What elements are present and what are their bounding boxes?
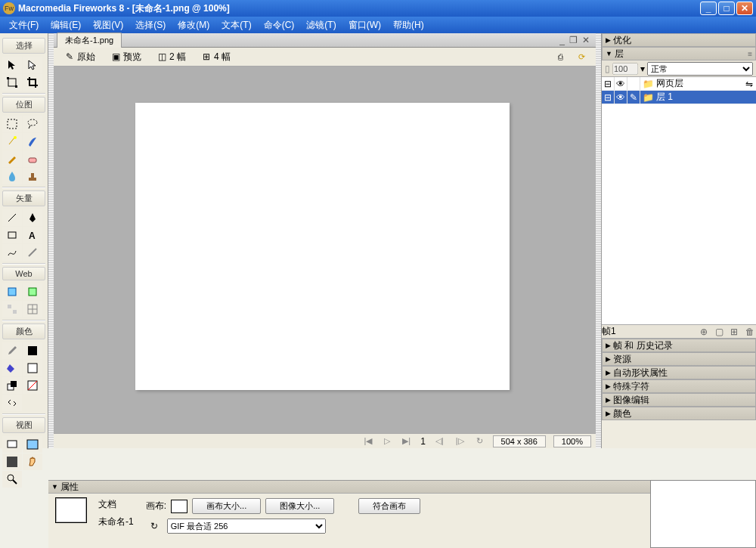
prev-icon[interactable]: ◁|: [433, 436, 446, 446]
full-screen-menus[interactable]: [23, 436, 42, 453]
layer-row-1[interactable]: ⊟ 👁 ✎ 📁 层 1: [602, 91, 756, 104]
no-color[interactable]: [23, 377, 42, 394]
pointer-tool[interactable]: [2, 57, 22, 73]
edit-icon[interactable]: ✎: [627, 91, 640, 104]
expand-toggle-icon[interactable]: ⊟: [602, 77, 615, 90]
view-preview-button[interactable]: ▣预览: [104, 49, 147, 65]
minimize-button[interactable]: _: [700, 2, 717, 15]
hand-tool[interactable]: [23, 454, 42, 470]
image-size-button[interactable]: 图像大小...: [265, 498, 334, 514]
scale-tool[interactable]: [2, 74, 22, 91]
visibility-icon[interactable]: 👁: [615, 91, 627, 104]
stroke-color[interactable]: [23, 342, 42, 359]
freeform-tool[interactable]: [2, 244, 22, 261]
eraser-tool[interactable]: [23, 150, 42, 167]
layer-row-web[interactable]: ⊟ 👁 📁 网页层 ⇋: [602, 77, 756, 91]
visibility-icon[interactable]: 👁: [615, 77, 627, 90]
fill-color[interactable]: [23, 360, 42, 376]
menu-text[interactable]: 文本(T): [215, 17, 257, 33]
new-layer-icon[interactable]: ⊞: [730, 327, 741, 337]
slice-tool[interactable]: [23, 283, 42, 300]
line-tool[interactable]: [2, 209, 22, 226]
menu-commands[interactable]: 命令(C): [258, 17, 301, 33]
eyedropper-tool[interactable]: [2, 342, 22, 359]
panels-resize-grip[interactable]: [596, 33, 601, 448]
knife-tool[interactable]: [23, 244, 42, 261]
magic-wand-tool[interactable]: [2, 133, 22, 150]
zoom-tool[interactable]: [2, 471, 22, 488]
toolbox-resize-grip[interactable]: [48, 33, 54, 448]
document-tab[interactable]: 未命名-1.png: [57, 33, 122, 48]
text-tool[interactable]: A: [23, 227, 42, 243]
rectangle-tool[interactable]: [2, 227, 22, 243]
share-icon[interactable]: ⇋: [745, 79, 756, 89]
fit-canvas-button[interactable]: 符合画布: [358, 498, 420, 514]
next-icon[interactable]: |▷: [454, 436, 466, 446]
pen-tool[interactable]: [23, 209, 42, 226]
menu-window[interactable]: 窗口(W): [342, 17, 387, 33]
panel-layers[interactable]: ▼层≡: [602, 47, 756, 60]
menu-edit[interactable]: 编辑(E): [45, 17, 87, 33]
panel-autoshape[interactable]: ▶自动形状属性: [602, 366, 756, 379]
brush-tool[interactable]: [23, 133, 42, 150]
menu-filters[interactable]: 滤镜(T): [300, 17, 342, 33]
panel-special-chars[interactable]: ▶特殊字符: [602, 379, 756, 393]
opacity-arrow-icon[interactable]: ▾: [640, 63, 645, 74]
last-frame-icon[interactable]: ▶|: [400, 436, 413, 446]
play-icon[interactable]: ▷: [382, 436, 392, 446]
view-original-button[interactable]: ✎原始: [58, 49, 101, 65]
export-icon[interactable]: ⎙: [552, 51, 569, 63]
opacity-input[interactable]: [612, 63, 638, 75]
crop-tool[interactable]: [23, 74, 42, 91]
marquee-tool[interactable]: [2, 116, 22, 132]
first-frame-icon[interactable]: |◀: [361, 436, 374, 446]
panel-menu-icon[interactable]: ≡: [748, 50, 752, 58]
canvas-color-swatch[interactable]: [171, 500, 187, 513]
standard-screen[interactable]: [2, 436, 22, 453]
panel-optimize[interactable]: ▶优化: [602, 33, 756, 47]
show-slice-tool[interactable]: [23, 301, 42, 317]
panel-image-edit[interactable]: ▶图像编辑: [602, 393, 756, 407]
panel-resources[interactable]: ▶资源: [602, 352, 756, 366]
hotspot-tool[interactable]: [2, 283, 22, 300]
doc-minimize-icon[interactable]: _: [559, 35, 565, 45]
panel-color[interactable]: ▶颜色: [602, 407, 756, 420]
new-sublayer-icon[interactable]: ⊕: [700, 327, 711, 337]
doc-close-icon[interactable]: ✕: [582, 35, 590, 45]
canvas[interactable]: [135, 103, 510, 390]
lock-icon[interactable]: ▯: [605, 63, 610, 74]
menubar: 文件(F) 编辑(E) 视图(V) 选择(S) 修改(M) 文本(T) 命令(C…: [0, 17, 756, 33]
delete-layer-icon[interactable]: 🗑: [745, 327, 756, 337]
canvas-size-button[interactable]: 画布大小...: [192, 498, 261, 514]
menu-file[interactable]: 文件(F): [3, 17, 45, 33]
menu-view[interactable]: 视图(V): [87, 17, 129, 33]
stamp-tool[interactable]: [23, 168, 42, 184]
loop-icon[interactable]: ↻: [146, 521, 163, 531]
menu-help[interactable]: 帮助(H): [387, 17, 430, 33]
menu-modify[interactable]: 修改(M): [172, 17, 215, 33]
blur-tool[interactable]: [2, 168, 22, 184]
view-4up-button[interactable]: ⊞4 幅: [195, 49, 237, 65]
quick-export-icon[interactable]: ⟳: [572, 51, 591, 63]
optimize-select[interactable]: GIF 最合适 256: [167, 519, 326, 534]
default-colors[interactable]: [2, 377, 22, 394]
maximize-button[interactable]: □: [718, 2, 735, 15]
view-2up-button[interactable]: ◫2 幅: [150, 49, 192, 65]
expand-toggle-icon[interactable]: ⊟: [602, 91, 615, 104]
pencil-tool[interactable]: [2, 150, 22, 167]
canvas-viewport[interactable]: [54, 67, 596, 433]
zoom-level[interactable]: 100%: [553, 435, 591, 447]
full-screen[interactable]: [2, 454, 22, 470]
loop-icon[interactable]: ↻: [474, 436, 485, 446]
swap-colors[interactable]: [2, 395, 22, 411]
menu-select[interactable]: 选择(S): [129, 17, 172, 33]
subselect-tool[interactable]: [23, 57, 42, 73]
new-bitmap-icon[interactable]: ▢: [715, 327, 726, 337]
close-button[interactable]: ✕: [736, 2, 753, 15]
bucket-tool[interactable]: [2, 360, 22, 376]
lasso-tool[interactable]: [23, 116, 42, 132]
doc-restore-icon[interactable]: ❐: [569, 35, 578, 45]
hide-slice-tool[interactable]: [2, 301, 22, 317]
blend-mode-select[interactable]: 正常: [647, 62, 753, 76]
panel-frames-history[interactable]: ▶帧 和 历史记录: [602, 339, 756, 352]
